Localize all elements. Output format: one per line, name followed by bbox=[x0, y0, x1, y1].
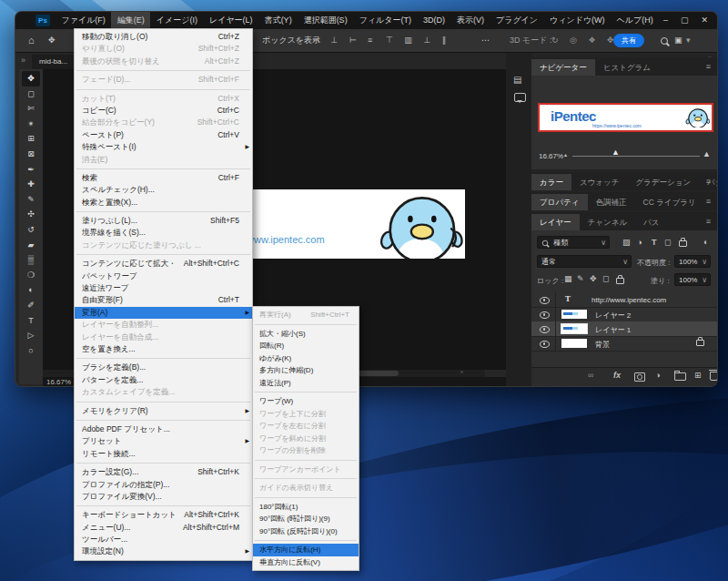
menu-item[interactable]: ブラシを定義(B)... bbox=[75, 362, 252, 373]
menu-item[interactable]: ゆがみ(K) bbox=[253, 352, 359, 365]
panel-tab[interactable]: カラー bbox=[531, 174, 571, 190]
visibility-eye-icon[interactable] bbox=[540, 341, 550, 348]
menu-item[interactable]: コンテンツに応じた塗りつぶし ... bbox=[75, 240, 252, 251]
lock-paint-icon[interactable]: ✎ bbox=[577, 274, 584, 283]
menu-item[interactable]: パターンを定義... bbox=[75, 374, 252, 386]
menu-item[interactable]: やり直し(O) Shift+Ctrl+Z bbox=[75, 43, 252, 55]
tool-button[interactable]: ⊠ bbox=[22, 147, 40, 162]
distribute-icons-group[interactable]: ⊤ ▥ ⊥ ∥ bbox=[386, 29, 450, 52]
menu-item[interactable] bbox=[76, 420, 250, 421]
tool-button[interactable]: ✣ bbox=[22, 207, 40, 222]
menu-item[interactable]: 90°回転 (反時計回り)(0) bbox=[253, 525, 359, 538]
align-icons-group[interactable]: ⊣ ⊥ ⊢ ≡ bbox=[312, 29, 377, 52]
more-options-icon[interactable]: ⋯ bbox=[481, 29, 490, 52]
menu-item[interactable]: 多方向に伸縮(D) bbox=[253, 364, 359, 377]
panel-tab[interactable]: ナビゲーター bbox=[531, 59, 595, 76]
panel-tab[interactable]: CC ライブラリ bbox=[635, 194, 704, 210]
zoom-in-icon[interactable]: ▲ bbox=[703, 149, 711, 158]
filter-toggle-icon[interactable]: ◖ bbox=[703, 238, 707, 247]
menu-item[interactable] bbox=[76, 463, 250, 464]
menu-item[interactable]: ペースト(P) Ctrl+V bbox=[75, 129, 252, 141]
menu-item[interactable]: 移動の取り消し(O) Ctrl+Z bbox=[75, 31, 252, 43]
menu-item[interactable]: コンテンツに応じて拡大・縮小 Alt+Shift+Ctrl+C bbox=[75, 258, 252, 270]
menu-item[interactable]: コピー(C) Ctrl+C bbox=[75, 105, 252, 117]
menu-item[interactable]: 塗りつぶし(L)... Shift+F5 bbox=[75, 215, 252, 227]
tool-button[interactable]: ▷ bbox=[22, 328, 40, 343]
layer-style-fx-icon[interactable]: fx bbox=[613, 371, 621, 380]
menu-item[interactable]: 検索 Ctrl+F bbox=[75, 172, 252, 184]
layer-row[interactable]: レイヤー 2 bbox=[531, 307, 717, 322]
menubar-item[interactable]: レイヤー(L) bbox=[203, 12, 258, 29]
menu-item[interactable]: リモート接続... bbox=[75, 448, 252, 460]
menu-item[interactable]: 自由変形(F) Ctrl+T bbox=[75, 294, 252, 306]
menubar-item[interactable]: イメージ(I) bbox=[150, 12, 203, 29]
share-button[interactable]: 共有 bbox=[613, 34, 644, 47]
search-icon[interactable] bbox=[661, 37, 668, 45]
panel-menu-icon[interactable]: ≡ bbox=[706, 177, 711, 186]
maximize-button[interactable]: ▢ bbox=[681, 12, 689, 29]
menubar-item[interactable]: ファイル(F) bbox=[56, 12, 111, 29]
zoom-slider-handle[interactable]: ▲ bbox=[612, 148, 620, 157]
tool-button[interactable]: ⊞ bbox=[22, 131, 40, 147]
fill-field[interactable]: 100% ∨ bbox=[674, 273, 711, 286]
menu-item[interactable]: ワープを左右に分割 bbox=[253, 420, 359, 433]
home-icon[interactable]: ⌂ bbox=[28, 29, 35, 52]
filter-type-layers-icon[interactable]: T bbox=[652, 238, 657, 247]
menu-item[interactable]: ワープの分割を削除 bbox=[253, 444, 359, 457]
adjustment-layer-icon[interactable]: ◑ bbox=[655, 371, 660, 380]
menu-item[interactable] bbox=[76, 254, 250, 255]
tool-button[interactable]: ✒ bbox=[22, 162, 40, 178]
panel-menu-icon[interactable]: ≡ bbox=[706, 62, 711, 71]
tool-button[interactable]: ✄ bbox=[22, 101, 40, 117]
menubar-item[interactable]: 表示(V) bbox=[450, 12, 490, 29]
menu-item[interactable] bbox=[255, 392, 357, 392]
menu-item[interactable]: 遠近法(P) bbox=[253, 377, 359, 390]
panel-tab[interactable]: チャンネル bbox=[580, 214, 636, 230]
tool-button[interactable]: ◐ bbox=[22, 282, 40, 298]
panel-menu-icon[interactable]: ≡ bbox=[706, 217, 711, 226]
menu-item[interactable]: キーボードショートカット... Alt+Shift+Ctrl+K bbox=[75, 509, 252, 521]
tool-button[interactable]: ○ bbox=[22, 343, 40, 359]
layer-row-selected[interactable]: レイヤー 1 bbox=[531, 321, 717, 337]
menu-item[interactable]: ワープ(W) bbox=[253, 395, 359, 408]
navigator-zoom-slider[interactable] bbox=[572, 156, 700, 157]
tool-button[interactable]: ◻ bbox=[22, 87, 40, 102]
tool-button[interactable]: ❍ bbox=[22, 268, 40, 283]
menu-item[interactable]: ワープを斜めに分割 bbox=[253, 433, 359, 445]
menu-item[interactable] bbox=[255, 460, 357, 461]
menu-item[interactable]: プロファイル変換(V)... bbox=[75, 491, 252, 503]
filter-adjustment-layers-icon[interactable]: ◑ bbox=[637, 238, 642, 247]
menu-item[interactable]: 最後の状態を切り替え Alt+Ctrl+Z bbox=[75, 56, 252, 67]
menu-item[interactable] bbox=[76, 402, 250, 403]
tool-button[interactable]: ✴ bbox=[22, 117, 40, 132]
navigator-zoom-value[interactable]: 16.67% bbox=[539, 152, 563, 160]
menu-item[interactable] bbox=[255, 497, 357, 498]
visibility-eye-icon[interactable] bbox=[540, 311, 550, 319]
panel-menu-icon[interactable]: ≡ bbox=[706, 197, 711, 206]
menu-item[interactable]: カラー設定(G)... Shift+Ctrl+K bbox=[75, 466, 252, 478]
menu-item[interactable]: プリセット ▶ bbox=[75, 435, 252, 447]
tool-button[interactable]: ✚ bbox=[22, 177, 40, 192]
lock-artboard-icon[interactable]: ◻ bbox=[602, 274, 609, 283]
panel-tab[interactable]: 色調補正 bbox=[588, 194, 635, 210]
tool-button[interactable]: ✎ bbox=[22, 192, 40, 208]
scrollbar-right-arrow[interactable]: › bbox=[460, 368, 463, 376]
menu-item[interactable]: メニュー(U)... Alt+Shift+Ctrl+M bbox=[75, 522, 252, 534]
menu-item[interactable] bbox=[76, 358, 250, 359]
menubar-item[interactable]: プラグイン bbox=[490, 12, 543, 29]
tool-button[interactable]: ▰ bbox=[22, 238, 40, 253]
menu-item[interactable] bbox=[76, 168, 250, 169]
menu-item[interactable]: パペットワープ bbox=[75, 270, 252, 282]
menu-item[interactable]: ワープアンカーポイントを変換 bbox=[253, 464, 359, 476]
minimize-button[interactable]: – bbox=[663, 12, 668, 29]
layer-filter-field[interactable]: 種類 ∨ bbox=[537, 236, 610, 249]
zoom-level[interactable]: 16.67% bbox=[46, 378, 71, 386]
menu-item[interactable]: 検索と置換(X)... bbox=[75, 197, 252, 209]
panel-tab[interactable]: ヒストグラム bbox=[595, 59, 659, 76]
menu-item[interactable]: ワープを上下に分割 bbox=[253, 408, 359, 421]
tool-button[interactable]: ✥ bbox=[22, 71, 40, 87]
menu-item[interactable]: 結合部分をコピー(Y) Shift+Ctrl+C bbox=[75, 117, 252, 128]
panel-tab[interactable]: スウォッチ bbox=[571, 174, 628, 190]
menu-item[interactable]: 拡大・縮小(S) bbox=[253, 328, 359, 341]
blend-mode-select[interactable]: 通常 ∨ bbox=[537, 255, 632, 268]
